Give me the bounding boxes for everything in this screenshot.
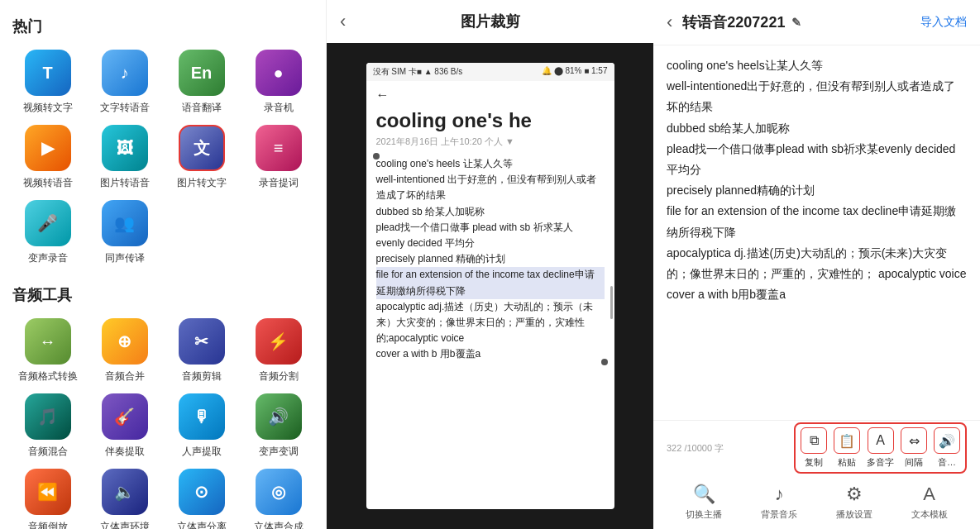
grid-item-text-to-speech[interactable]: ♪文字转语音 [89,50,160,115]
grid-item-recording-subtitles[interactable]: ≡录音提词 [243,125,313,190]
grid-item-audio-reverse[interactable]: ⏪音频倒放 [12,469,83,529]
nav-btn-playback-settings[interactable]: ⚙播放设置 [836,484,872,521]
nav-btn-switch-host[interactable]: 🔍切换主播 [686,484,722,521]
middle-panel: ‹ 图片裁剪 没有 SIM 卡■ ▲ 836 B/s 🔔 ⬤ 81% ■ 1:5… [327,0,653,529]
nav-btn-bg-music[interactable]: ♪背景音乐 [761,484,797,521]
grid-item-video-to-speech[interactable]: ▶视频转语音 [12,125,83,190]
phone-status-left: 没有 SIM 卡■ ▲ 836 B/s [373,66,463,78]
grid-item-stereo-env[interactable]: 🔈立体声环境 [89,469,160,529]
icon-box-text-to-speech: ♪ [102,50,148,96]
icon-accompaniment: 🎸 [114,407,135,427]
icon-box-image-to-speech: 🖼 [102,125,148,171]
nav-btn-text-template[interactable]: A文本模板 [911,484,948,521]
right-content-line: cover a with b用b覆盖a [667,284,967,305]
icon-box-recording-subtitles: ≡ [256,125,302,171]
nav-icon-playback-settings: ⚙ [846,484,863,505]
phone-text-line: apocalyptic adj.描述（历史）大动乱的；预示（未来）大灾变的；像世… [376,299,605,347]
grid-item-audio-edit[interactable]: ✂音频剪辑 [166,318,237,384]
right-edit-icon[interactable]: ✎ [791,16,801,29]
left-panel: 热门 T视频转文字♪文字转语音En语音翻译●录音机▶视频转语音🖼图片转语音文图片… [0,0,327,529]
grid-item-format-convert[interactable]: ↔音频格式转换 [12,318,83,384]
icon-box-image-to-text: 文 [179,125,225,171]
icon-stereo-env: 🔈 [114,482,135,502]
icon-sync-transfer: 👥 [114,213,135,233]
grid-item-recorder[interactable]: ●录音机 [243,50,313,115]
grid-label-audio-split: 音频分割 [259,369,299,384]
icon-audio-split: ⚡ [268,331,289,351]
grid-item-image-to-text[interactable]: 文图片转文字 [166,125,237,190]
grid-label-video-to-speech: 视频转语音 [23,176,73,190]
icon-box-audio-edit: ✂ [179,318,225,365]
right-content-line: plead找一个借口做事plead with sb祈求某evenly decid… [667,139,967,180]
grid-label-speech-translate: 语音翻译 [182,101,222,115]
right-panel-title: 转语音2207221 ✎ [682,12,911,32]
toolbar-btn-copy[interactable]: ⧉复制 [801,427,827,469]
icon-voice-extract: 🎙 [194,407,210,427]
grid-label-image-to-speech: 图片转语音 [100,176,150,190]
grid-label-text-to-speech: 文字转语音 [100,101,150,115]
toolbar-btn-multi-char[interactable]: A多音字 [867,427,894,469]
phone-doc-title: cooling one's he [366,106,614,136]
grid-item-speech-translate[interactable]: En语音翻译 [166,50,237,115]
right-content-line: dubbed sb给某人加昵称 [667,118,967,139]
grid-item-voice-change2[interactable]: 🔊变声变调 [243,393,313,459]
right-content: cooling one's heels让某人久等well-intentioned… [653,45,980,420]
toolbar-btn-paste[interactable]: 📋粘贴 [834,427,860,469]
grid-label-video-to-text: 视频转文字 [23,101,73,115]
toolbar-icon-copy: ⧉ [801,427,827,454]
toolbar-btn-sound[interactable]: 🔊音… [934,427,960,469]
grid-label-voice-extract: 人声提取 [182,445,222,459]
phone-text-line: well-intentioned 出于好意的，但没有帮到别人或者造成了坏的结果 [376,172,605,203]
grid-item-stereo-synth[interactable]: ◎立体声合成 [243,469,313,529]
import-document-button[interactable]: 导入文档 [920,15,967,30]
nav-label-playback-settings: 播放设置 [836,508,872,521]
icon-box-voice-extract: 🎙 [179,393,225,440]
icon-recording-subtitles: ≡ [274,139,284,158]
phone-scrollbar[interactable] [610,286,613,319]
right-content-line: cooling one's heels让某人久等 [667,55,967,76]
nav-icon-switch-host: 🔍 [693,484,715,505]
icon-stereo-sep: ⊙ [194,482,208,502]
grid-item-sync-transfer[interactable]: 👥同声传译 [89,200,160,265]
icon-stereo-synth: ◎ [271,482,285,502]
phone-back-arrow[interactable]: ← [376,88,390,102]
phone-text-line: cooling one's heels 让某人久等 [376,156,605,172]
grid-item-video-to-text[interactable]: T视频转文字 [12,50,83,115]
grid-label-stereo-sep: 立体声分离 [177,520,227,529]
nav-label-switch-host: 切换主播 [686,508,722,521]
grid-label-accompaniment: 伴奏提取 [105,445,145,459]
grid-label-recording-subtitles: 录音提词 [259,176,299,190]
phone-app-header: ← [366,81,614,106]
right-content-line: apocalyptica dj.描述(历史)大动乱的；预示(未来)大灾变的；像世… [667,243,967,284]
icon-box-sync-transfer: 👥 [102,200,148,246]
phone-text-content: cooling one's heels 让某人久等well-intentione… [366,153,614,365]
phone-status-bar: 没有 SIM 卡■ ▲ 836 B/s 🔔 ⬤ 81% ■ 1:57 [366,63,614,81]
grid-item-audio-mix[interactable]: 🎵音频混合 [12,393,83,459]
icon-audio-reverse: ⏪ [37,482,58,502]
grid-item-voice-extract[interactable]: 🎙人声提取 [166,393,237,459]
grid-item-image-to-speech[interactable]: 🖼图片转语音 [89,125,160,190]
icon-audio-merge: ⊕ [117,331,131,351]
icon-voice-change: 🎤 [37,213,58,233]
grid-label-voice-change: 变声录音 [28,251,68,265]
phone-status-right: 🔔 ⬤ 81% ■ 1:57 [542,66,608,78]
grid-label-stereo-synth: 立体声合成 [254,520,304,529]
toolbar-icon-sound: 🔊 [934,427,960,454]
grid-label-recorder: 录音机 [264,101,294,115]
right-back-button[interactable]: ‹ [667,12,672,33]
grid-item-audio-merge[interactable]: ⊕音频合并 [89,318,160,384]
grid-item-accompaniment[interactable]: 🎸伴奏提取 [89,393,160,459]
toolbar-btn-interval[interactable]: ⇔间隔 [901,427,927,469]
audio-section-title: 音频工具 [12,285,313,305]
icon-box-format-convert: ↔ [25,318,71,365]
grid-label-audio-edit: 音频剪辑 [182,369,222,384]
grid-item-voice-change[interactable]: 🎤变声录音 [12,200,83,265]
icon-audio-edit: ✂ [194,331,208,351]
right-toolbar: ⧉复制📋粘贴A多音字⇔间隔🔊音… [794,422,967,474]
grid-item-audio-split[interactable]: ⚡音频分割 [243,318,313,384]
icon-video-to-speech: ▶ [41,138,54,158]
icon-audio-mix: 🎵 [37,407,58,427]
toolbar-icon-multi-char: A [868,427,894,454]
middle-back-button[interactable]: ‹ [340,11,346,32]
grid-item-stereo-sep[interactable]: ⊙立体声分离 [166,469,237,529]
